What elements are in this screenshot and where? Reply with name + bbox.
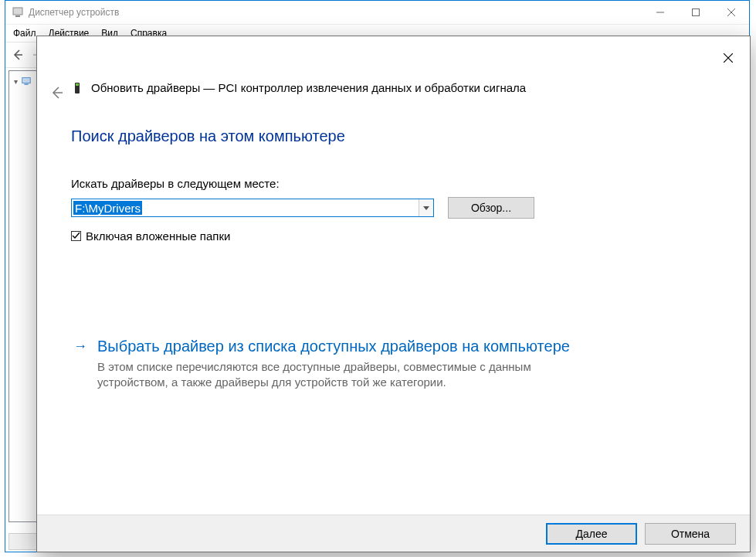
svg-rect-0 bbox=[13, 8, 22, 15]
browse-label: Обзор... bbox=[471, 202, 511, 214]
driver-path-value: F:\MyDrivers bbox=[73, 201, 142, 215]
include-subfolders-checkbox[interactable] bbox=[71, 231, 81, 241]
dialog-close-button[interactable] bbox=[717, 47, 739, 69]
computer-icon bbox=[21, 76, 32, 87]
chevron-down-icon: ▾ bbox=[14, 77, 18, 86]
pick-from-list-desc: В этом списке перечисляются все доступны… bbox=[97, 359, 592, 390]
next-label: Далее bbox=[575, 528, 607, 540]
pick-from-list-title: Выбрать драйвер из списка доступных драй… bbox=[97, 336, 703, 356]
nav-back-button[interactable] bbox=[8, 46, 27, 64]
wizard-header-text: Обновить драйверы — PCI контроллер извле… bbox=[91, 81, 526, 94]
cancel-label: Отмена bbox=[671, 528, 710, 540]
include-subfolders-label: Включая вложенные папки bbox=[86, 229, 230, 243]
app-icon bbox=[12, 6, 24, 19]
titlebar: Диспетчер устройств bbox=[5, 1, 749, 25]
svg-rect-1 bbox=[15, 15, 20, 17]
wizard-back-button[interactable] bbox=[45, 81, 68, 104]
device-icon bbox=[71, 82, 83, 94]
location-label: Искать драйверы в следующем месте: bbox=[71, 177, 280, 190]
wizard-header: Обновить драйверы — PCI контроллер извле… bbox=[71, 81, 719, 94]
close-button[interactable] bbox=[714, 1, 749, 24]
minimize-button[interactable] bbox=[642, 1, 678, 24]
wizard-footer: Далее Отмена bbox=[37, 515, 750, 552]
svg-rect-6 bbox=[76, 83, 79, 86]
cancel-button[interactable]: Отмена bbox=[645, 523, 736, 545]
window-title: Диспетчер устройств bbox=[29, 7, 119, 18]
driver-path-combobox[interactable]: F:\MyDrivers bbox=[71, 199, 434, 217]
tree-root-node[interactable]: ▾ bbox=[14, 76, 32, 87]
arrow-right-icon: → bbox=[71, 336, 90, 390]
browse-button[interactable]: Обзор... bbox=[448, 197, 534, 219]
update-drivers-wizard: Обновить драйверы — PCI контроллер извле… bbox=[36, 36, 751, 552]
svg-rect-2 bbox=[693, 9, 700, 16]
chevron-down-icon[interactable] bbox=[419, 199, 433, 216]
maximize-button[interactable] bbox=[678, 1, 714, 24]
svg-rect-4 bbox=[24, 84, 28, 85]
pick-from-list-option[interactable]: → Выбрать драйвер из списка доступных др… bbox=[71, 336, 703, 390]
svg-rect-3 bbox=[22, 78, 31, 83]
next-button[interactable]: Далее bbox=[546, 523, 637, 545]
wizard-section-title: Поиск драйверов на этом компьютере bbox=[71, 127, 345, 145]
